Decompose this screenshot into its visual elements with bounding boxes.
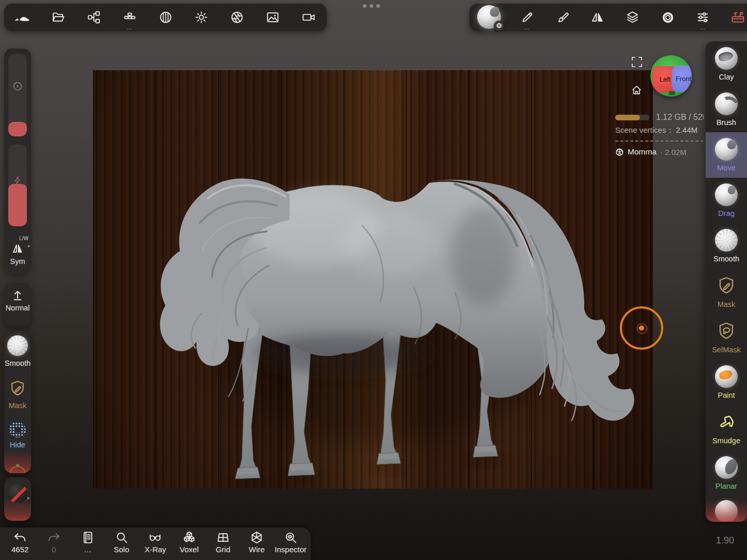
solo-label: Solo bbox=[114, 545, 129, 554]
lighting-sun-icon[interactable] bbox=[190, 6, 212, 29]
multires-icon[interactable]: … bbox=[119, 6, 141, 29]
multires-more: … bbox=[127, 25, 133, 30]
object-vertex-count: 2.02M bbox=[665, 148, 687, 157]
gizmo-arc-icon bbox=[9, 465, 26, 473]
memory-row: 1.12 GB / 520 MB bbox=[615, 113, 704, 122]
files-folder-icon[interactable] bbox=[47, 6, 69, 29]
tool-brush[interactable]: Brush bbox=[706, 87, 747, 132]
sculpt-canvas[interactable] bbox=[93, 70, 653, 489]
symmetry-icon[interactable] bbox=[4, 242, 31, 255]
tool-next-partial[interactable] bbox=[706, 496, 747, 522]
voxel-button[interactable]: Voxel bbox=[172, 531, 206, 554]
redo-button[interactable]: 0 bbox=[37, 531, 70, 554]
smooth-thumb-icon bbox=[715, 229, 738, 252]
scene-vertices: Scene vertices： 2.44M bbox=[615, 126, 704, 135]
postprocess-aperture-icon[interactable] bbox=[226, 6, 248, 29]
zoom-level: 1.90 bbox=[716, 535, 734, 546]
layers-icon[interactable] bbox=[622, 6, 644, 29]
inspector-icon bbox=[284, 531, 298, 545]
stroke-sliders-panel: L/W ▸ Sym bbox=[4, 49, 31, 274]
matcap-icon[interactable] bbox=[155, 6, 176, 29]
smudge-finger-icon bbox=[716, 411, 737, 433]
gizmo-front-face[interactable]: Front bbox=[672, 66, 692, 92]
tool-smooth[interactable]: Smooth bbox=[706, 223, 747, 269]
grid-icon bbox=[216, 531, 230, 545]
object-icon bbox=[615, 148, 624, 157]
tool-smooth-label: Smooth bbox=[713, 255, 739, 263]
tool-selmask[interactable]: SelMask bbox=[706, 314, 747, 360]
tool-clay[interactable]: Clay bbox=[706, 41, 747, 87]
brush-cursor bbox=[620, 306, 663, 350]
wire-button[interactable]: Wire bbox=[240, 531, 273, 554]
tool-smudge[interactable]: Smudge bbox=[706, 405, 747, 450]
scene-stats: 1.12 GB / 520 MB Scene vertices： 2.44M M… bbox=[615, 113, 704, 157]
intensity-slider[interactable] bbox=[8, 145, 27, 226]
brush-preview-icon[interactable] bbox=[476, 6, 502, 29]
notes-icon bbox=[81, 531, 95, 545]
normal-arrow-icon bbox=[4, 283, 31, 303]
undo-count: 4652 bbox=[11, 545, 28, 554]
quick-smooth-button[interactable]: Smooth bbox=[4, 331, 31, 374]
mask-shield-icon bbox=[716, 274, 737, 297]
grid-button[interactable]: Grid bbox=[206, 531, 240, 554]
alpha-expand-arrow[interactable]: ▸ bbox=[27, 495, 30, 501]
inspector-button[interactable]: Inspector bbox=[274, 531, 308, 554]
stroke-pencil-icon[interactable]: … bbox=[516, 6, 538, 29]
notes-more: … bbox=[84, 545, 92, 554]
quick-mask-button[interactable]: Mask bbox=[4, 374, 31, 417]
notes-button[interactable]: … bbox=[71, 531, 104, 554]
xray-button[interactable]: X-Ray bbox=[139, 531, 172, 554]
planar-thumb-icon bbox=[715, 456, 738, 479]
options-sliders-icon[interactable]: … bbox=[692, 6, 714, 29]
quick-hide-label: Hide bbox=[10, 441, 25, 449]
radius-icon bbox=[12, 81, 23, 92]
solo-button[interactable]: Solo bbox=[104, 531, 138, 554]
nomad-logo-icon[interactable] bbox=[11, 6, 33, 29]
tool-mask[interactable]: Mask bbox=[706, 269, 747, 314]
brush-thumb-icon bbox=[715, 92, 738, 115]
tool-paint[interactable]: Paint bbox=[706, 360, 747, 405]
gizmo-front-label: Front bbox=[676, 75, 691, 83]
scene-graph-icon[interactable] bbox=[83, 6, 105, 29]
partial-sphere-icon bbox=[715, 500, 738, 522]
tool-brush-label: Brush bbox=[716, 118, 736, 127]
gizmo-tool-partial[interactable] bbox=[4, 461, 31, 473]
normal-mode-panel[interactable]: Normal bbox=[4, 283, 31, 326]
tool-move-label: Move bbox=[717, 164, 735, 172]
quick-mask-label: Mask bbox=[9, 401, 27, 410]
radius-slider-fill bbox=[8, 122, 27, 136]
background-image-icon[interactable] bbox=[262, 6, 284, 29]
material-paintbrush-icon[interactable] bbox=[551, 6, 573, 29]
xray-icon bbox=[148, 531, 162, 545]
quick-tools-panel: Smooth Mask Hide bbox=[4, 331, 31, 473]
memory-usage: 1.12 GB / 520 MB bbox=[656, 113, 704, 122]
grid-label: Grid bbox=[216, 545, 230, 554]
stats-divider bbox=[615, 141, 704, 142]
alpha-none-icon bbox=[8, 484, 27, 503]
quick-hide-button[interactable]: Hide bbox=[4, 417, 31, 461]
tool-mask-label: Mask bbox=[718, 300, 736, 308]
toolbar-drag-handle[interactable] bbox=[363, 4, 380, 8]
tool-sidebar: Clay Brush Move Drag Smooth Mask bbox=[706, 41, 747, 522]
object-row[interactable]: Momma · 2.02M bbox=[615, 147, 704, 157]
undo-button[interactable]: 4652 bbox=[3, 531, 37, 554]
orientation-gizmo[interactable]: Left Front bbox=[650, 55, 692, 97]
home-icon[interactable] bbox=[631, 84, 643, 96]
brush-settings-gear-icon[interactable] bbox=[494, 21, 504, 31]
horse-sculpture bbox=[93, 70, 653, 489]
tool-move[interactable]: Move bbox=[706, 132, 747, 178]
settings-gear-icon[interactable] bbox=[657, 6, 679, 29]
alpha-panel[interactable]: ▸ bbox=[4, 477, 31, 521]
radius-slider[interactable] bbox=[8, 54, 27, 136]
selmask-shield-icon bbox=[716, 320, 737, 343]
voxel-label: Voxel bbox=[180, 545, 199, 554]
camera-video-icon[interactable] bbox=[298, 6, 319, 29]
mask-shield-icon bbox=[8, 379, 27, 398]
fullscreen-icon[interactable] bbox=[631, 56, 643, 68]
paint-thumb-icon bbox=[715, 365, 738, 388]
tool-drag[interactable]: Drag bbox=[706, 178, 747, 223]
sym-label: Sym bbox=[4, 257, 31, 266]
toolbox-icon[interactable] bbox=[727, 6, 747, 29]
symmetry-mirror-icon[interactable] bbox=[586, 6, 608, 29]
tool-planar[interactable]: Planar bbox=[706, 450, 747, 496]
